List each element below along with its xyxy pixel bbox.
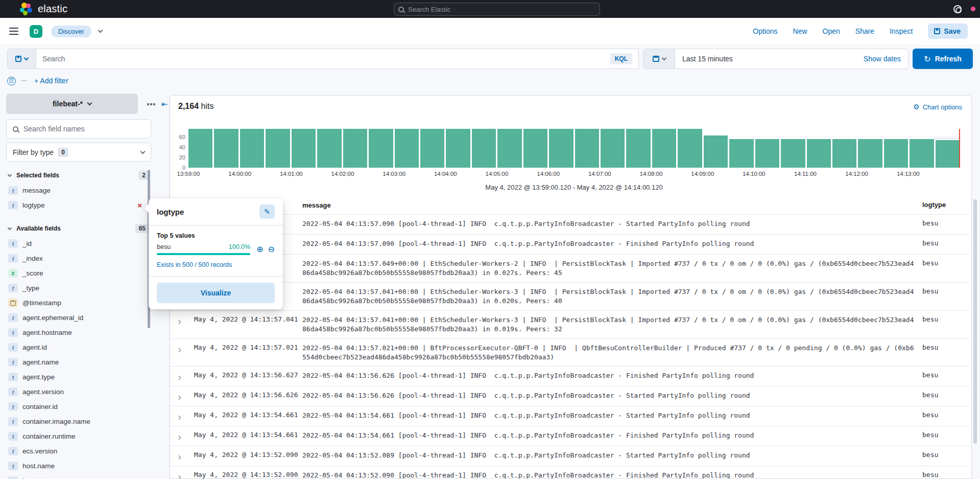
chevron-down-icon[interactable]: [98, 28, 103, 33]
new-button[interactable]: New: [793, 27, 807, 35]
row-message[interactable]: 2022-05-04 04:13:54.661 [pool-4-thread-1…: [302, 411, 922, 420]
row-logtype[interactable]: besu: [922, 451, 969, 459]
global-search-input[interactable]: [408, 6, 582, 13]
histogram-bar[interactable]: [472, 129, 496, 168]
field-item-agent.id[interactable]: tagent.id: [6, 340, 151, 355]
row-message[interactable]: 2022-05-04 04:13:57.041+00:00 | EthSched…: [302, 315, 922, 334]
open-button[interactable]: Open: [823, 27, 840, 35]
row-logtype[interactable]: besu: [922, 259, 969, 267]
refresh-button[interactable]: ↻ Refresh: [913, 49, 973, 69]
row-time[interactable]: May 4, 2022 @ 14:13:56.627: [194, 371, 302, 379]
histogram-bar[interactable]: [807, 139, 831, 168]
row-message[interactable]: 2022-05-04 04:13:57.049+00:00 | EthSched…: [302, 259, 922, 278]
histogram-bar[interactable]: [292, 129, 316, 168]
field-item-ecs.version[interactable]: tecs.version: [6, 444, 151, 459]
histogram-bar[interactable]: [549, 129, 573, 168]
field-item-agent.version[interactable]: tagent.version: [6, 384, 151, 399]
row-message[interactable]: 2022-05-04 04:13:57.021+00:00 | BftProce…: [302, 344, 922, 362]
field-item-container.id[interactable]: tcontainer.id: [6, 399, 151, 414]
filter-group-icon[interactable]: [7, 77, 16, 85]
available-fields-header[interactable]: Available fields 65: [8, 224, 149, 233]
logtype-column-header[interactable]: logtype: [922, 201, 969, 209]
field-item-agent.hostname[interactable]: tagent.hostname: [6, 325, 151, 340]
field-item-agent.ephemeral_id[interactable]: tagent.ephemeral_id: [6, 310, 151, 325]
row-message[interactable]: 2022-05-04 04:13:52.089 [pool-4-thread-1…: [302, 451, 922, 460]
expand-row-icon[interactable]: [177, 396, 181, 400]
collapse-sidebar-icon[interactable]: ⇤: [161, 100, 168, 109]
histogram-bar[interactable]: [343, 129, 367, 168]
histogram-bar[interactable]: [369, 129, 393, 168]
histogram-bar[interactable]: [884, 139, 908, 168]
histogram-bar[interactable]: [781, 139, 805, 168]
filter-out-value-icon[interactable]: ⊖: [268, 244, 275, 254]
row-logtype[interactable]: besu: [922, 471, 969, 478]
row-logtype[interactable]: besu: [922, 287, 969, 295]
expand-row-icon[interactable]: [177, 475, 181, 479]
histogram-bar[interactable]: [910, 139, 934, 168]
field-item-message[interactable]: tmessage: [6, 183, 151, 198]
histogram-bar[interactable]: [575, 129, 599, 168]
row-message[interactable]: 2022-05-04 04:13:56.626 [pool-4-thread-1…: [302, 371, 922, 380]
menu-icon[interactable]: [9, 26, 18, 37]
edit-field-button[interactable]: ✎: [259, 204, 275, 219]
histogram-bar[interactable]: [420, 129, 444, 168]
row-logtype[interactable]: besu: [922, 315, 969, 323]
field-item-agent.name[interactable]: tagent.name: [6, 355, 151, 370]
histogram-bar[interactable]: [214, 129, 238, 168]
filter-for-value-icon[interactable]: ⊕: [256, 244, 263, 254]
row-logtype[interactable]: besu: [922, 344, 969, 351]
show-dates-button[interactable]: Show dates: [864, 55, 901, 63]
expand-row-icon[interactable]: [177, 455, 181, 460]
histogram-bar[interactable]: [497, 129, 521, 168]
row-time[interactable]: May 4, 2022 @ 14:13:57.021: [194, 344, 302, 351]
histogram-bar[interactable]: [626, 129, 650, 168]
row-logtype[interactable]: besu: [922, 391, 969, 399]
row-time[interactable]: May 4, 2022 @ 14:13:56.626: [194, 391, 302, 399]
histogram-bar[interactable]: [395, 129, 419, 168]
query-input[interactable]: [42, 55, 610, 63]
expand-row-icon[interactable]: [177, 348, 181, 352]
histogram-bar[interactable]: [729, 139, 753, 168]
field-item-agent.type[interactable]: tagent.type: [6, 370, 151, 384]
field-item-container.runtime[interactable]: tcontainer.runtime: [6, 429, 151, 444]
expand-row-icon[interactable]: [177, 376, 181, 380]
histogram-bar[interactable]: [832, 139, 856, 168]
row-message[interactable]: 2022-05-04 04:13:57.090 [pool-4-thread-1…: [302, 239, 922, 248]
histogram-bar[interactable]: [704, 135, 728, 168]
histogram-bar[interactable]: [523, 129, 547, 168]
message-column-header[interactable]: message: [302, 201, 922, 210]
histogram-bar[interactable]: [446, 129, 470, 168]
exists-in-records-link[interactable]: Exists in 500 / 500 records: [157, 261, 232, 268]
selected-fields-header[interactable]: Selected fields 2: [8, 171, 149, 180]
share-button[interactable]: Share: [855, 27, 874, 35]
field-item-logtype[interactable]: tlogtype×: [6, 198, 151, 213]
row-logtype[interactable]: besu: [922, 371, 969, 379]
inspect-button[interactable]: Inspect: [890, 27, 913, 35]
options-button[interactable]: Options: [753, 27, 777, 35]
histogram-bar[interactable]: [266, 129, 290, 168]
kql-language-button[interactable]: KQL: [610, 53, 632, 64]
time-range-value[interactable]: Last 15 minutes: [682, 55, 733, 63]
row-time[interactable]: May 4, 2022 @ 14:13:52.090: [194, 471, 302, 478]
expand-row-icon[interactable]: [177, 416, 181, 420]
histogram-bar[interactable]: [240, 129, 264, 168]
date-picker-menu-button[interactable]: [643, 49, 675, 69]
saved-query-menu-button[interactable]: [7, 49, 36, 69]
filter-by-type-select[interactable]: Filter by type 0: [6, 143, 151, 162]
histogram-bar[interactable]: [188, 129, 212, 168]
field-item-_id[interactable]: t_id: [6, 236, 151, 251]
table-scrollbar[interactable]: [973, 199, 977, 444]
save-button[interactable]: Save: [928, 24, 968, 39]
row-message[interactable]: 2022-05-04 04:13:54.661 [pool-4-thread-1…: [302, 431, 922, 440]
expand-row-icon[interactable]: [177, 436, 181, 440]
hits-histogram[interactable]: 0204060 13:59:0014:00:0014:01:0014:02:00…: [188, 124, 960, 168]
global-search[interactable]: [394, 3, 600, 16]
row-message[interactable]: 2022-05-04 04:13:57.041+00:00 | EthSched…: [302, 287, 922, 306]
histogram-bar[interactable]: [936, 140, 960, 168]
histogram-bar[interactable]: [755, 139, 779, 168]
space-avatar[interactable]: D: [30, 25, 42, 38]
index-pattern-select[interactable]: filebeat-*: [6, 94, 138, 114]
field-search-input[interactable]: [23, 125, 131, 133]
remove-field-icon[interactable]: ×: [137, 201, 142, 210]
field-item-_type[interactable]: t_type: [6, 281, 151, 295]
